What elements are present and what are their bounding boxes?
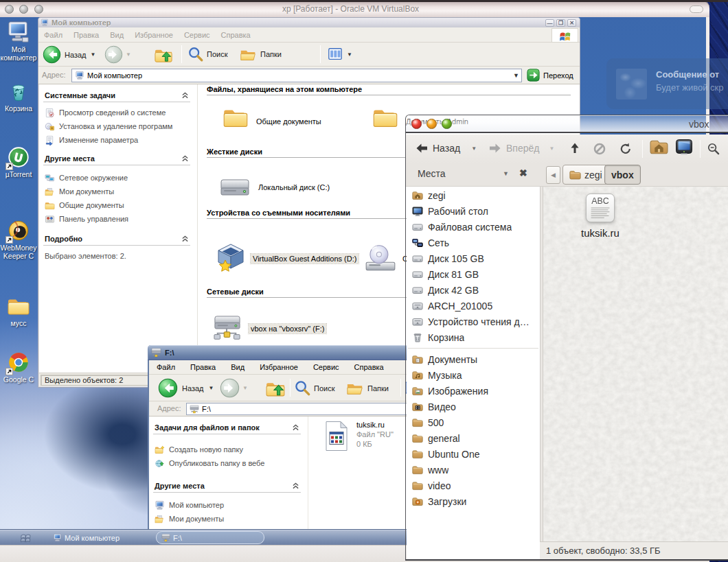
sidebar-item[interactable]: Загрузки [407, 493, 540, 509]
desktop-icon[interactable]: Мой компьютер [3, 21, 34, 62]
taskpane-link[interactable]: Создать новую папку [153, 443, 301, 456]
sidebar-item[interactable]: www [407, 462, 540, 478]
file-item[interactable]: Общие документы [223, 106, 372, 129]
menu-item[interactable]: Избранное [252, 363, 306, 371]
folders-button[interactable]: Папки [346, 379, 389, 397]
taskpane-link[interactable]: Мои документы [153, 512, 301, 526]
minimize-button[interactable]: — [545, 19, 554, 27]
taskpane-section-header[interactable]: Другие места [153, 482, 301, 490]
breadcrumb-scroll-left[interactable]: ◀ [546, 166, 560, 184]
menu-item[interactable]: Справка [347, 363, 391, 371]
search-button[interactable]: Поиск [294, 379, 334, 397]
forward-dropdown[interactable]: ▼ [549, 145, 554, 152]
taskpane-section-header[interactable]: Задачи для файлов и папок [153, 423, 301, 432]
sidebar-item[interactable]: general [407, 430, 540, 446]
sidebar-item[interactable]: Диск 105 GB [407, 250, 540, 266]
address-field[interactable]: Мой компьютер ▼ [71, 69, 522, 82]
forward-dropdown[interactable]: ▼ [126, 51, 131, 58]
minimize-button[interactable] [426, 119, 437, 129]
sidebar-item[interactable]: Рабочий стол [407, 203, 540, 219]
sidebar-item[interactable]: Документы [407, 351, 540, 367]
sidebar-item[interactable]: Изображения [407, 383, 540, 399]
sidebar-item[interactable]: video [407, 478, 540, 493]
sidebar-item[interactable]: Файловая система [407, 219, 540, 235]
address-dropdown[interactable]: ▼ [511, 69, 521, 82]
start-button[interactable] [19, 532, 32, 543]
menu-item[interactable]: Избранное [129, 31, 179, 39]
reload-button[interactable] [619, 143, 632, 155]
menu-item[interactable]: Файл [38, 31, 68, 39]
desktop-icon[interactable]: мусс [3, 294, 34, 327]
forward-button[interactable]: ▼ [220, 378, 248, 398]
desktop-icon[interactable]: µTorrent [3, 145, 34, 178]
menu-item[interactable]: Правка [68, 31, 104, 39]
taskpane-link[interactable]: Общие документы [43, 198, 190, 212]
file-item[interactable]: vbox на "vboxsrv" (F:) [212, 315, 361, 342]
sidebar-item[interactable]: Корзина [407, 329, 540, 345]
back-button[interactable]: Назад ▼ [158, 378, 214, 398]
back-dropdown[interactable]: ▼ [91, 51, 96, 58]
sidebar-item[interactable]: Видео [407, 399, 540, 414]
sidebar-item[interactable]: Ubuntu One [407, 446, 540, 462]
taskpane-link[interactable]: Опубликовать папку в вебе [153, 456, 301, 470]
taskbar-task[interactable]: F:\ [156, 531, 264, 544]
search-button[interactable]: Поиск [187, 46, 227, 62]
collapse-chevron-icon[interactable] [181, 92, 189, 99]
taskpane-link[interactable]: Сетевое окружение [43, 171, 190, 185]
up-button[interactable] [569, 141, 580, 154]
taskpane-link[interactable]: Мой компьютер [153, 498, 301, 512]
forward-dropdown[interactable]: ▼ [242, 385, 248, 391]
taskpane-link[interactable]: Мои документы [43, 185, 190, 198]
taskpane-section-header[interactable]: Подробно [43, 235, 190, 243]
sidebar-item[interactable]: Диск 81 GB [407, 266, 540, 282]
taskbar-task[interactable]: Мой компьютер [53, 531, 120, 544]
file-item[interactable]: tuksik.ru Файл "RU" 0 КБ [325, 420, 394, 452]
collapse-chevron-icon[interactable] [292, 482, 299, 489]
file-item[interactable]: VirtualBox Guest Additions (D:) [214, 242, 363, 275]
sidebar-item[interactable]: 500 [407, 414, 540, 430]
nautilus-titlebar[interactable]: vbox [406, 115, 728, 133]
up-button[interactable] [154, 45, 174, 65]
file-item[interactable]: Локальный диск (C:) [219, 174, 369, 200]
close-button[interactable]: ✕ [567, 19, 576, 27]
menu-item[interactable]: Правка [183, 363, 223, 371]
taskpane-link[interactable]: Изменение параметра [43, 133, 190, 147]
sidebar-item[interactable]: Сеть [407, 235, 540, 250]
views-button[interactable]: ▼ [328, 47, 352, 62]
taskpane-link[interactable]: Просмотр сведений о системе [43, 106, 190, 119]
breadcrumb-zegi[interactable]: zegi [562, 165, 609, 185]
desktop-icon[interactable]: WebMoney Keeper C [3, 219, 34, 260]
menu-item[interactable]: Сервис [306, 363, 347, 371]
file-item[interactable]: tuksik.ru [566, 193, 635, 239]
collapse-chevron-icon[interactable] [292, 424, 299, 431]
my-computer-titlebar[interactable]: Мой компьютер — ❐ ✕ [38, 18, 580, 27]
sidebar-item[interactable]: Устройство чтения д… [407, 314, 540, 329]
virtualbox-titlebar[interactable]: xp [Работает] - Oracle VM VirtualBox [0, 1, 709, 17]
forward-button[interactable]: Вперёд ▼ [489, 143, 554, 154]
views-dropdown[interactable]: ▼ [347, 51, 352, 58]
up-button[interactable] [265, 377, 286, 399]
back-button[interactable]: Назад ▼ [416, 143, 477, 154]
taskpane-link[interactable]: Установка и удаление программ [43, 119, 190, 133]
sidebar-item[interactable]: Диск 42 GB [407, 282, 540, 298]
back-button[interactable]: Назад ▼ [43, 45, 95, 64]
desktop-icon[interactable]: Корзина [3, 80, 34, 113]
computer-button[interactable] [675, 139, 693, 156]
places-combo[interactable]: Места [418, 168, 446, 179]
close-sidebar-button[interactable]: ✖ [519, 167, 527, 178]
sidebar-item[interactable]: ARCH_201005 [407, 298, 540, 314]
taskpane-section-header[interactable]: Другие места [43, 154, 190, 163]
taskpane-section-header[interactable]: Системные задачи [43, 91, 190, 99]
collapse-chevron-icon[interactable] [181, 155, 189, 162]
zoom-out-button[interactable] [707, 142, 720, 155]
back-dropdown[interactable]: ▼ [209, 385, 214, 391]
menu-item[interactable]: Файл [149, 363, 183, 371]
go-button[interactable]: Переход [527, 69, 573, 82]
collapse-chevron-icon[interactable] [181, 235, 189, 242]
maximize-button[interactable] [442, 119, 452, 129]
taskpane-link[interactable]: Панель управления [43, 212, 190, 226]
breadcrumb-vbox[interactable]: vbox [604, 165, 641, 185]
folders-button[interactable]: Папки [240, 46, 282, 62]
forward-button[interactable]: ▼ [104, 45, 131, 64]
menu-item[interactable]: Вид [104, 31, 129, 39]
